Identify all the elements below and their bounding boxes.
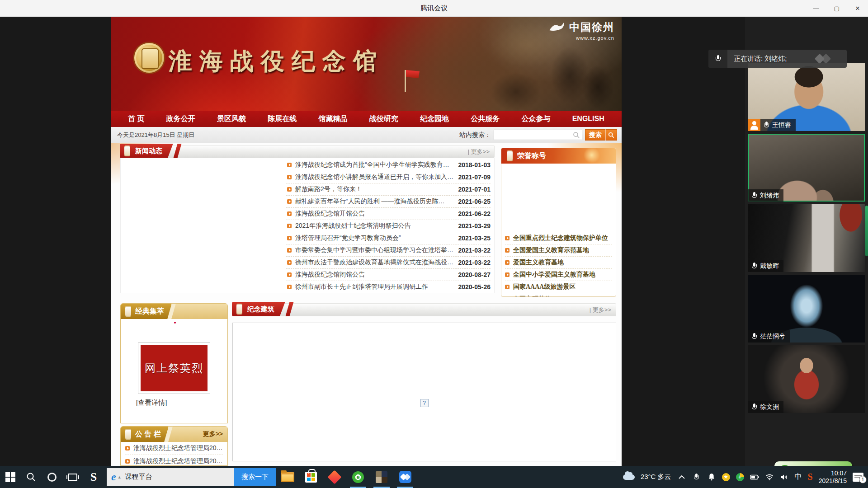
nav-item[interactable]: 景区风貌 [217,114,246,124]
news-item[interactable]: 淮海战役纪念馆闭馆公告 2020-08-27 [286,269,491,281]
nav-item[interactable]: 战役研究 [369,114,398,124]
photos-app-button[interactable] [370,466,393,488]
tencent-meeting-button[interactable] [393,466,417,488]
news-item[interactable]: 淮海战役纪念馆小讲解员报名通道已开启，等你来加入… 2021-07-09 [286,171,491,183]
news-item-date: 2020-05-26 [453,283,491,291]
participant-footer: 徐文洲 [748,401,783,413]
board-item[interactable]: 淮海战役烈士纪念塔管理局20… [125,442,223,455]
person-icon [748,119,760,131]
close-button[interactable]: ✕ [847,0,868,17]
ime-skin-widget[interactable]: 中 [774,461,852,466]
news-item[interactable]: 2021年淮海战役烈士纪念塔清明祭扫公告 2021-03-29 [286,220,491,232]
nav-item[interactable]: 公共服务 [471,114,500,124]
participant-footer: 王恒睿 [748,119,796,131]
taskbar-clock[interactable]: 10:07 2021/8/15 [819,469,847,485]
star-badge-icon[interactable]: ★ [722,473,730,481]
nav-item[interactable]: 政务公开 [166,114,195,124]
window-controls: — ▢ ✕ [806,0,868,17]
participant-tile[interactable]: 刘绪炜 [748,134,865,202]
address-search-button[interactable]: 搜索一下 [234,468,276,486]
notice-board-panel: 公 告 栏 更多>> 淮海战役烈士纪念塔管理局20… [120,426,228,466]
honor-item[interactable]: 国家AAAA级旅游景区 [505,281,612,293]
search-button[interactable]: 搜索 [585,129,617,141]
view-detail-link[interactable]: [查看详情] [136,399,227,407]
start-button[interactable] [0,466,21,488]
online-memorial-text: 网上祭英烈 [141,345,208,391]
dropdown-caret-icon: ▲ [118,475,122,479]
news-item[interactable]: 徐州市政法干警政治建设教育基地揭牌仪式在淮海战役… 2021-03-22 [286,257,491,269]
volume-indicator[interactable] [780,472,789,482]
cortana-button[interactable] [42,466,62,488]
today-date: 今天是2021年8月15日 星期日 [117,131,194,139]
news-item[interactable]: 淮海战役纪念馆开馆公告 2021-06-22 [286,208,491,220]
window-title: 腾讯会议 [420,4,448,13]
task-view-button[interactable] [62,466,83,488]
participant-tile[interactable]: 徐文洲 [748,345,865,413]
region-url: www.xz.gov.cn [548,35,614,41]
taskbar-search-button[interactable] [21,466,42,488]
nav-item[interactable]: 首 页 [128,114,144,124]
green-plus-badge-icon[interactable]: + [736,473,744,481]
participant-tile[interactable]: 王恒睿 [748,63,865,131]
news-item[interactable]: 市委常委会集中学习暨市委中心组现场学习会在淮塔举… 2021-03-22 [286,244,491,257]
news-item[interactable]: 淮海战役纪念馆成为首批“全国中小学生研学实践教育… 2018-01-03 [286,159,491,171]
tray-mic-button[interactable] [692,472,701,482]
search-input[interactable] [494,130,582,140]
sogou-pinwheel-button[interactable]: S [83,466,104,488]
nav-item[interactable]: 纪念园地 [420,114,449,124]
honor-item[interactable]: 爱国主义教育基地 [505,257,612,269]
board-more-link[interactable]: 更多>> [203,430,223,438]
online-memorial-banner[interactable]: 网上祭英烈 [138,343,210,394]
scroll-icon [507,151,513,160]
weather-text[interactable]: 23°C 多云 [641,473,671,481]
minimize-button[interactable]: — [806,0,826,17]
diamond-app-button[interactable] [323,466,346,488]
news-item[interactable]: 献礼建党百年举行“人民的胜利 ——淮海战役历史陈… 2021-06-25 [286,196,491,208]
diamond-icon [327,470,341,484]
sogou-icon[interactable]: S [808,472,813,482]
honor-item[interactable]: 全国中小学爱国主义教育基地 [505,269,612,281]
browser-360-button[interactable]: e [346,466,370,488]
news-item-date: 2021-03-29 [453,222,491,230]
weather-cloud-icon [623,474,635,480]
news-item[interactable]: 淮塔管理局召开“党史学习教育动员会” 2021-03-25 [286,232,491,244]
news-item[interactable]: 解放南路2号，等你来！ 2021-07-01 [286,183,491,196]
memorial-more-link[interactable]: | 更多>> [590,306,611,314]
file-explorer-button[interactable] [276,466,299,488]
nav-item[interactable]: 公众参与 [521,114,550,124]
news-more-link[interactable]: | 更多>> [468,148,490,156]
pinwheel-icon: S [90,470,97,484]
news-item[interactable]: 徐州市副市长王先正到淮塔管理局开展调研工作 2020-05-26 [286,281,491,293]
tray-expand-button[interactable] [677,472,686,482]
participant-tile[interactable]: 戴敏晖 [748,204,865,272]
wifi-indicator[interactable] [765,472,774,482]
honor-item-text: 全国文明单位 [513,295,551,297]
tray-bell-button[interactable] [707,472,716,482]
nav-item[interactable]: 陈展在线 [268,114,297,124]
nav-item[interactable]: 馆藏精品 [319,114,348,124]
memorial-body: ? [232,323,616,461]
board-item[interactable]: 淮海战役烈士纪念塔管理局20… [125,455,223,466]
participant-tiles: 王恒睿 刘绪炜 [748,63,865,413]
mic-icon [751,263,757,270]
action-center-button[interactable]: 1 [853,473,863,482]
sidebar-scrollbar[interactable] [865,206,868,256]
participant-tile[interactable]: 茫茫惘兮 [748,275,865,343]
maximize-button[interactable]: ▢ [826,0,847,17]
battery-indicator[interactable] [750,472,759,482]
honor-item[interactable]: 全国重点烈士纪念建筑物保护单位 [505,232,612,244]
honors-list: 全国重点烈士纪念建筑物保护单位 全国爱国主义教育示范基地 爱国主义教育基地 [501,232,616,297]
memorial-panel: 纪念建筑 | 更多>> ? [232,303,616,464]
ie-address-bar[interactable]: e ▲ 课程平台 [107,468,234,486]
news-title: 新闻动态 [135,147,162,155]
ime-indicator[interactable]: 中 [795,472,802,482]
memorial-title: 纪念建筑 [247,305,274,313]
nav-item[interactable]: ENGLISH [572,115,604,123]
bullet-arrow-icon [287,187,292,192]
honor-item[interactable]: 全国爱国主义教育示范基地 [505,244,612,257]
participant-name: 戴敏晖 [760,262,779,270]
microsoft-store-button[interactable] [299,466,323,488]
honor-item[interactable]: 全国文明单位 [505,293,612,297]
board-title: 公 告 栏 [135,430,161,439]
bullet-arrow-icon [505,248,509,253]
